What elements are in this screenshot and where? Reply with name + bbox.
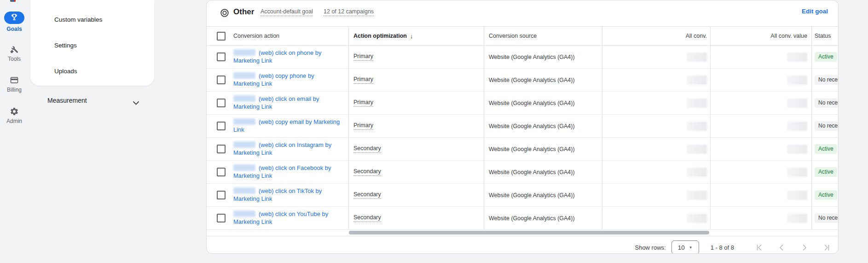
sidebar-item-label: Goals (0, 26, 29, 32)
optimization-chip[interactable]: Secondary (353, 191, 381, 199)
column-header-conversion-action[interactable]: Conversion action (229, 27, 348, 45)
status-badge: Active (815, 190, 837, 200)
optimization-chip[interactable]: Primary (353, 99, 373, 107)
conversion-action-link[interactable]: (web) click on email by Marketing Link (233, 95, 341, 111)
conversion-goal-card: Other Account-default goal 12 of 12 camp… (206, 0, 839, 254)
next-page-button[interactable] (800, 244, 808, 251)
card-icon (0, 75, 29, 85)
table-row: (web) copy email by Marketing Link Prima… (207, 115, 838, 138)
column-header-all-conv[interactable]: All conv. (602, 27, 710, 45)
column-header-all-conv-value[interactable]: All conv. value (710, 27, 811, 45)
conversion-action-link[interactable]: (web) click on TikTok by Marketing Link (233, 187, 341, 203)
sort-descending-icon: ↓ (410, 33, 413, 40)
row-checkbox[interactable] (217, 214, 226, 222)
all-conv-value-blur (787, 191, 807, 200)
status-badge: Active (815, 144, 837, 154)
conversion-source-text: Website (Google Analytics (GA4)) (489, 77, 575, 83)
rows-per-page-value: 10 (678, 244, 685, 251)
conversion-source-text: Website (Google Analytics (GA4)) (489, 146, 575, 152)
conversion-action-link[interactable]: (web) copy phone by Marketing Link (233, 72, 341, 88)
table-row: (web) click on email by Marketing Link P… (207, 92, 838, 115)
trophy-icon (10, 13, 18, 23)
all-conv-blur (687, 145, 707, 154)
rows-per-page-select[interactable]: 10 ▼ (671, 240, 699, 254)
first-page-button[interactable] (755, 244, 763, 251)
conversions-submenu-panel: Custom variables Settings Uploads (30, 0, 154, 86)
sidebar-item-label: Billing (0, 87, 29, 93)
redacted-text-blur (233, 141, 255, 148)
conversion-action-link[interactable]: (web) click on Facebook by Marketing Lin… (233, 164, 341, 180)
gear-icon (0, 106, 29, 116)
all-conv-blur (687, 191, 707, 200)
all-conv-value-blur (787, 76, 807, 85)
goal-header: Other Account-default goal 12 of 12 camp… (207, 0, 838, 26)
row-checkbox[interactable] (217, 99, 226, 107)
row-checkbox[interactable] (217, 53, 226, 61)
redacted-text-blur (233, 210, 255, 217)
all-conv-value-blur (787, 214, 807, 223)
show-rows-label: Show rows: (635, 244, 665, 251)
row-checkbox[interactable] (217, 76, 226, 84)
horizontal-scrollbar-thumb[interactable] (349, 231, 709, 234)
conversion-action-link[interactable]: (web) click on phone by Marketing Link (233, 49, 341, 64)
redacted-text-blur (233, 95, 255, 102)
status-badge: No recen (815, 213, 839, 223)
page: Goals Tools Billing (0, 0, 868, 263)
column-header-action-optimization[interactable]: Action optimization ↓ (348, 27, 484, 45)
status-badge: No recen (815, 98, 839, 108)
all-conv-value-blur (787, 168, 807, 177)
row-checkbox[interactable] (217, 168, 226, 176)
submenu-item-uploads[interactable]: Uploads (54, 68, 77, 76)
sidebar-item-tools[interactable]: Tools (0, 44, 29, 62)
horizontal-scrollbar (207, 230, 838, 236)
table-header-row: Conversion action Action optimization ↓ … (207, 26, 838, 46)
conversion-action-link[interactable]: (web) click on Instagram by Marketing Li… (233, 141, 341, 157)
optimization-chip[interactable]: Secondary (353, 214, 381, 222)
all-conv-blur (687, 76, 707, 85)
conversion-action-link[interactable]: (web) click on YouTube by Marketing Link (233, 210, 341, 226)
last-page-button[interactable] (823, 244, 830, 251)
sidebar-item-billing[interactable]: Billing (0, 75, 29, 93)
sidebar-item-goals[interactable]: Goals (0, 12, 29, 32)
bullseye-icon (220, 8, 230, 20)
row-checkbox[interactable] (217, 122, 226, 130)
status-badge: No recen (815, 75, 839, 85)
table-row: (web) click on Facebook by Marketing Lin… (207, 161, 838, 184)
optimization-chip[interactable]: Primary (353, 122, 373, 130)
tools-icon (0, 44, 29, 54)
redacted-text-blur (233, 118, 255, 125)
campaigns-count-chip[interactable]: 12 of 12 campaigns (324, 8, 374, 16)
account-default-goal-chip[interactable]: Account-default goal (260, 8, 313, 16)
all-conv-value-blur (787, 122, 807, 131)
sidebar-item-admin[interactable]: Admin (0, 106, 29, 124)
status-badge: No recen (815, 121, 839, 131)
all-conv-blur (687, 53, 707, 62)
all-conv-blur (687, 168, 707, 177)
optimization-chip[interactable]: Primary (353, 76, 373, 84)
optimization-chip[interactable]: Primary (353, 53, 373, 61)
conversion-action-link[interactable]: (web) copy email by Marketing Link (233, 118, 341, 134)
sidebar-section-measurement[interactable]: Measurement (47, 97, 142, 106)
table-row: (web) click on TikTok by Marketing Link … (207, 184, 838, 207)
column-header-status[interactable]: Status (811, 27, 839, 45)
row-checkbox[interactable] (217, 191, 226, 199)
submenu-item-settings[interactable]: Settings (54, 42, 77, 50)
previous-page-button[interactable] (778, 244, 785, 251)
header-checkbox-cell (207, 27, 229, 45)
goal-title: Other (233, 7, 254, 17)
conversion-source-text: Website (Google Analytics (GA4)) (489, 215, 575, 222)
goals-active-pill (4, 12, 24, 24)
column-header-conversion-source[interactable]: Conversion source (484, 27, 602, 45)
sidebar-item-label: Admin (0, 118, 29, 124)
optimization-chip[interactable]: Secondary (353, 168, 381, 176)
edit-goal-link[interactable]: Edit goal (802, 8, 828, 15)
conversion-source-text: Website (Google Analytics (GA4)) (489, 54, 575, 60)
optimization-chip[interactable]: Secondary (353, 145, 381, 153)
submenu-item-custom-variables[interactable]: Custom variables (54, 16, 102, 24)
all-conv-blur (687, 122, 707, 131)
select-all-checkbox[interactable] (217, 32, 226, 41)
redacted-text-blur (233, 49, 255, 56)
row-checkbox[interactable] (217, 145, 226, 153)
table-footer: Show rows: 10 ▼ 1 - 8 of 8 (207, 236, 838, 254)
status-badge: Active (815, 52, 837, 62)
